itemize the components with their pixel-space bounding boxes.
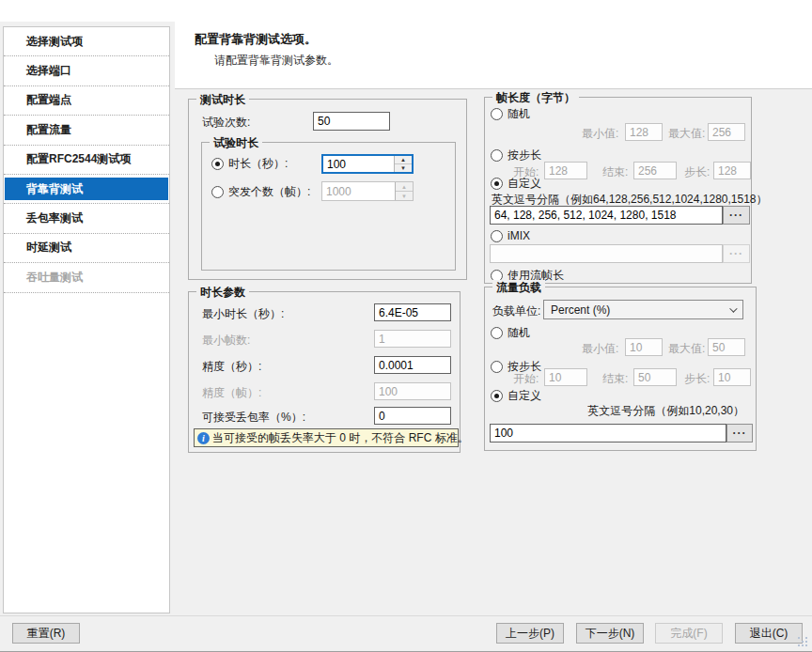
radio-imix[interactable]: iMIX [491, 229, 530, 242]
group-traffic-load: 流量负载 负载单位: Percent (%) 随机 最小值: 最大值: 按步长 … [484, 287, 757, 451]
top-band [0, 0, 812, 22]
prev-button[interactable]: 上一步(P) [496, 623, 564, 644]
radio-unchecked-icon [491, 327, 503, 339]
group-trial-duration: 试验时长 时长（秒）: ▲ ▼ 突发个数（帧）: ▲ ▼ [201, 142, 456, 271]
duration-seconds-input[interactable] [323, 156, 394, 172]
load-custom-browse-button[interactable]: ··· [726, 424, 753, 442]
min-label: 最小值: [582, 126, 618, 141]
load-min-input [625, 338, 663, 356]
wizard-step-sidebar: 选择测试项 选择端口 配置端点 配置流量 配置RFC2544测试项 背靠背测试 … [3, 26, 170, 613]
radio-frame-custom[interactable]: 自定义 [491, 176, 541, 192]
acceptable-loss-input[interactable] [374, 407, 451, 425]
exit-button[interactable]: 退出(C) [735, 623, 803, 644]
load-start-input [544, 368, 587, 386]
footer-separator [0, 615, 812, 616]
frame-min-input [625, 123, 663, 141]
spinner-buttons: ▲ ▼ [395, 182, 413, 200]
frame-max-input [708, 123, 745, 141]
min-duration-input[interactable] [374, 303, 451, 321]
radio-label: 自定义 [508, 388, 541, 404]
trials-input[interactable] [313, 112, 390, 131]
acceptable-loss-label: 可接受丢包率（%）: [202, 410, 305, 425]
sidebar-item-select-ports[interactable]: 选择端口 [4, 56, 169, 85]
radio-checked-icon [491, 390, 503, 402]
end-label: 结束: [602, 371, 628, 386]
sidebar-item-label: 配置RFC2544测试项 [4, 146, 169, 174]
sidebar-item-back-to-back[interactable]: 背靠背测试 [4, 175, 169, 204]
precision-frames-label: 精度（帧）: [202, 385, 261, 400]
group-title: 测试时长 [196, 92, 249, 108]
step-label: 步长: [684, 371, 710, 386]
spin-up-icon: ▲ [396, 182, 413, 192]
radio-label: 时长（秒）: [228, 156, 288, 172]
end-label: 结束: [602, 164, 628, 179]
trials-label: 试验次数: [202, 115, 250, 130]
radio-unchecked-icon [211, 186, 224, 198]
spin-down-icon: ▼ [396, 192, 413, 200]
rfc-warning-bar: i 当可接受的帧丢失率大于 0 时，不符合 RFC 标准。 [194, 428, 459, 447]
load-custom-hint: 英文逗号分隔（例如10,20,30） [587, 403, 744, 418]
sidebar-item-latency[interactable]: 时延测试 [4, 234, 169, 263]
radio-burst-frames[interactable]: 突发个数（帧）: [211, 184, 310, 200]
radio-load-custom[interactable]: 自定义 [491, 388, 541, 404]
sidebar-item-select-tests[interactable]: 选择测试项 [4, 27, 169, 56]
min-frames-label: 最小帧数: [202, 333, 250, 348]
sidebar-item-config-endpoints[interactable]: 配置端点 [4, 86, 169, 116]
sidebar-item-config-rfc2544[interactable]: 配置RFC2544测试项 [4, 146, 169, 175]
group-test-duration: 测试时长 试验次数: 试验时长 时长（秒）: ▲ ▼ 突发个数（帧）: [188, 99, 467, 280]
sidebar-item-label: 选择测试项 [4, 27, 169, 55]
max-label: 最大值: [668, 341, 705, 356]
group-duration-params: 时长参数 最小时长（秒）: 最小帧数: 精度（秒）: 精度（帧）: 可接受丢包率… [188, 291, 461, 453]
radio-label: 突发个数（帧）: [228, 184, 310, 200]
load-unit-value: Percent (%) [551, 303, 610, 317]
finish-button: 完成(F) [655, 623, 723, 644]
sidebar-item-label: 丢包率测试 [4, 204, 169, 232]
sidebar-item-label: 配置端点 [4, 86, 169, 115]
radio-unchecked-icon [491, 230, 503, 242]
burst-frames-input [322, 182, 395, 200]
radio-label: 随机 [508, 106, 530, 122]
radio-unchecked-icon [491, 149, 503, 162]
radio-frame-bystep[interactable]: 按步长 [491, 147, 541, 163]
load-custom-input[interactable] [490, 424, 726, 442]
radio-label: iMIX [508, 229, 530, 242]
step-label: 步长: [684, 164, 710, 179]
radio-label: 自定义 [508, 176, 541, 192]
resize-grip-icon[interactable] [798, 637, 809, 648]
sidebar-item-label: 吞吐量测试 [4, 263, 169, 291]
spinner-buttons[interactable]: ▲ ▼ [394, 156, 412, 172]
info-icon: i [197, 432, 210, 444]
precision-frames-input [374, 382, 451, 400]
burst-frames-spinner: ▲ ▼ [321, 181, 414, 201]
radio-checked-icon [211, 158, 224, 170]
frame-custom-input[interactable] [490, 206, 723, 225]
next-button[interactable]: 下一步(N) [576, 623, 644, 644]
radio-label: 按步长 [508, 147, 541, 163]
min-frames-input [374, 330, 451, 348]
min-label: 最小值: [582, 341, 618, 356]
group-frame-length: 帧长度（字节） 随机 最小值: 最大值: 按步长 开始: 结束: 步长: 自定义… [484, 97, 752, 284]
frame-custom-browse-button[interactable]: ··· [723, 206, 750, 225]
load-unit-select[interactable]: Percent (%) [543, 300, 743, 319]
spin-down-icon[interactable]: ▼ [395, 164, 412, 172]
precision-seconds-input[interactable] [374, 356, 451, 374]
rfc-warning-text: 当可接受的帧丢失率大于 0 时，不符合 RFC 标准。 [212, 430, 469, 446]
duration-seconds-spinner[interactable]: ▲ ▼ [321, 154, 414, 174]
wizard-dialog: 选择测试项 选择端口 配置端点 配置流量 配置RFC2544测试项 背靠背测试 … [0, 0, 812, 652]
radio-load-random[interactable]: 随机 [491, 325, 530, 341]
load-end-input [633, 368, 677, 386]
group-title: 流量负载 [492, 280, 545, 296]
chevron-down-icon [729, 304, 737, 312]
spin-up-icon[interactable]: ▲ [395, 156, 412, 164]
sidebar-item-config-traffic[interactable]: 配置流量 [4, 116, 169, 145]
radio-duration-seconds[interactable]: 时长（秒）: [211, 156, 288, 172]
reset-button[interactable]: 重置(R) [12, 623, 80, 644]
page-title: 配置背靠背测试选项。 [195, 31, 317, 48]
load-step-input [713, 368, 751, 386]
group-title: 时长参数 [196, 285, 249, 301]
sidebar-item-label: 选择端口 [4, 56, 169, 85]
precision-seconds-label: 精度（秒）: [202, 359, 261, 374]
radio-frame-random[interactable]: 随机 [491, 106, 530, 122]
sidebar-item-frame-loss[interactable]: 丢包率测试 [4, 204, 169, 233]
sidebar-item-label: 背靠背测试 [5, 178, 168, 200]
